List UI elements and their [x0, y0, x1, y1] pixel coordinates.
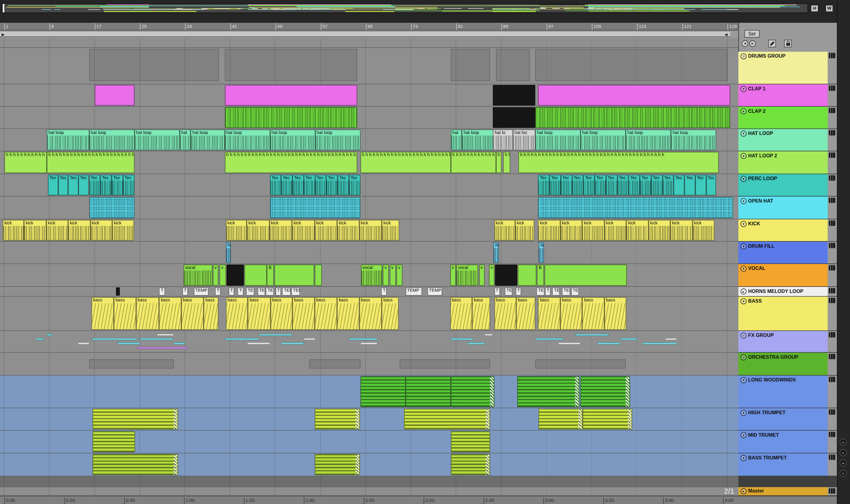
clip[interactable] [538, 85, 730, 106]
clip[interactable] [493, 85, 535, 106]
clip[interactable] [517, 376, 580, 407]
clip[interactable]: bass [516, 297, 535, 330]
clip[interactable]: N [226, 242, 231, 263]
clip[interactable] [95, 85, 134, 106]
clip[interactable]: v [479, 265, 485, 286]
clip[interactable]: T [516, 287, 521, 296]
clip[interactable]: kick [68, 220, 90, 240]
clip[interactable]: kick [292, 220, 314, 240]
clip[interactable] [451, 376, 494, 407]
fold-track-icon[interactable]: ▾ [741, 198, 747, 204]
clip[interactable] [315, 409, 360, 429]
clip[interactable]: kick [359, 220, 382, 240]
track-header-perc-loop[interactable]: ▾PERC LOOP [738, 174, 828, 197]
clip[interactable]: bass [582, 297, 605, 330]
clip[interactable] [315, 265, 322, 286]
clip[interactable] [116, 287, 120, 296]
clip[interactable]: bass [293, 297, 315, 330]
clip[interactable]: kick [560, 220, 582, 240]
clip[interactable]: kick [693, 220, 715, 240]
clip[interactable] [404, 409, 490, 429]
clip[interactable]: TEN [571, 287, 579, 296]
fx-event[interactable] [575, 334, 609, 336]
clip[interactable] [360, 376, 406, 407]
clip[interactable]: Tec [538, 175, 549, 195]
clip[interactable]: N [539, 242, 544, 263]
fold-track-icon[interactable]: ▾ [741, 108, 747, 114]
panel-toggle-d[interactable]: D [840, 470, 847, 477]
clip[interactable]: kick [604, 220, 626, 240]
track-lane-orchestra-group[interactable] [0, 353, 738, 375]
clip[interactable]: T [276, 287, 281, 296]
clip[interactable]: T [182, 287, 188, 296]
clip[interactable]: bass [226, 297, 248, 330]
clip[interactable] [451, 454, 490, 475]
clip[interactable]: TEN [562, 287, 570, 296]
zoom-width-button[interactable]: W [826, 5, 833, 12]
clip[interactable] [518, 265, 536, 286]
clip[interactable] [538, 197, 733, 218]
fx-event[interactable] [78, 342, 89, 344]
clip[interactable]: TE [505, 287, 512, 296]
clip[interactable]: kick [269, 220, 292, 240]
clip[interactable] [89, 49, 219, 81]
clip[interactable]: hat [451, 129, 462, 150]
clip[interactable]: hat loop [671, 129, 716, 150]
clip[interactable]: bass [159, 297, 181, 330]
clip[interactable]: kick [382, 220, 399, 240]
clip[interactable]: h h h h h h h h h h h h h h h h h h h h … [451, 152, 496, 173]
fx-event[interactable] [225, 338, 259, 340]
clip[interactable]: B [267, 265, 273, 286]
arrangement-overview[interactable] [1, 3, 808, 13]
track-lane-open-hat[interactable] [0, 197, 738, 219]
clip[interactable]: v [383, 265, 389, 286]
clip[interactable]: T [494, 287, 500, 296]
clip[interactable] [226, 265, 244, 286]
clip[interactable]: vocal [456, 265, 478, 286]
clip[interactable]: kick [515, 220, 534, 240]
fx-event[interactable] [174, 342, 185, 344]
fold-track-icon[interactable]: ▾ [741, 410, 747, 416]
clip[interactable]: Tec [270, 175, 281, 195]
clip[interactable]: Tec [123, 175, 134, 195]
track-lane-bass-trumpet[interactable] [0, 453, 738, 476]
clip[interactable]: B [537, 265, 544, 286]
clip[interactable]: T [237, 287, 243, 296]
clip[interactable]: T [215, 287, 221, 296]
clip[interactable]: kick [494, 220, 515, 240]
master-track-header[interactable]: ▸ Master [738, 487, 828, 496]
clip[interactable] [535, 359, 626, 369]
clip[interactable]: h h h h h h h h h h h h h h h h h h h h … [4, 152, 47, 173]
bar-ruler[interactable]: 191725334149576573818997105113121129 [0, 23, 738, 30]
clip[interactable] [245, 265, 267, 286]
clip[interactable]: v [390, 265, 395, 286]
clip[interactable]: v [219, 265, 226, 286]
draw-mode-icon[interactable] [768, 40, 776, 47]
fx-event[interactable] [467, 342, 484, 344]
set-locator-button[interactable]: Set [744, 30, 760, 38]
clip[interactable]: hat loop [135, 129, 180, 150]
clip[interactable]: Tec [583, 175, 595, 195]
clip[interactable] [539, 409, 583, 429]
clip[interactable]: kick [3, 220, 24, 240]
track-header-open-hat[interactable]: ▾OPEN HAT [738, 197, 828, 219]
clip[interactable]: Tec [349, 175, 360, 195]
clip[interactable]: h h h h h h h h h h h h h h h h h h h h … [225, 152, 358, 173]
clip[interactable]: vocal [183, 265, 212, 286]
clip[interactable]: bass [181, 297, 203, 330]
clip[interactable]: hat loop [315, 129, 360, 150]
clip[interactable] [92, 409, 178, 429]
track-header-high-trumpet[interactable]: ▾HIGH TRUMPET [738, 408, 828, 431]
clip[interactable] [545, 265, 627, 286]
clip[interactable]: Tec [293, 175, 304, 195]
track-lane-hat-loop-2[interactable]: h h h h h h h h h h h h h h h h h h h h … [0, 151, 738, 174]
clip[interactable]: hat loop [47, 129, 89, 150]
clip[interactable]: TEN [282, 287, 291, 296]
fx-event[interactable] [157, 334, 174, 336]
clip[interactable]: v [213, 265, 219, 286]
clip[interactable]: h h h h h h h h h h h h h h h h h h h h … [496, 152, 502, 173]
track-lane-high-trumpet[interactable] [0, 408, 738, 431]
track-header-clap-2[interactable]: ▾CLAP 2 [738, 107, 828, 129]
clip[interactable]: bass [604, 297, 626, 330]
clip[interactable] [406, 376, 451, 407]
